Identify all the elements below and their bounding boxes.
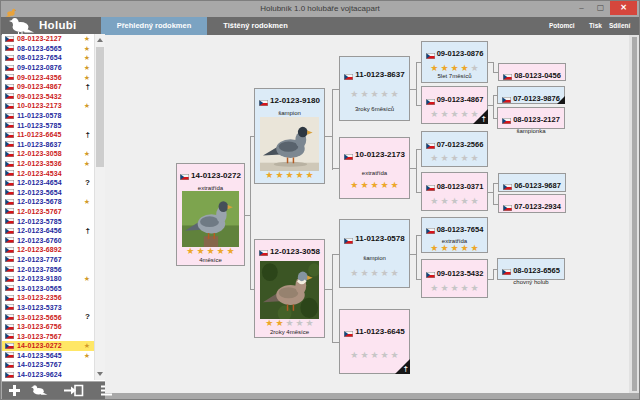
maximize-button[interactable]: ▢ (591, 1, 610, 15)
pedigree-card[interactable]: 09-0123-4867★★★★★† (421, 86, 488, 124)
czech-flag-icon (5, 247, 14, 253)
pedigree-card[interactable]: 09-0123-5432★★★★★ (421, 259, 488, 298)
tab-prehledny-rodokmen[interactable]: Přehledný rodokmen (101, 17, 207, 35)
cross-icon: † (86, 131, 90, 139)
pedigree-card[interactable]: 08-0123-7654extratřída★★★★★ (421, 217, 488, 253)
czech-flag-icon (344, 230, 353, 248)
pigeon-id: 09-0123-4867 (437, 95, 484, 104)
star-icon: ★ (430, 110, 438, 119)
header-action-tisk[interactable]: Tisk (589, 22, 602, 29)
pedigree-card[interactable]: 08-0123-0371★★★★★ (421, 172, 488, 211)
main-scrollbar[interactable] (629, 35, 639, 393)
pedigree-card[interactable]: 12-0123-3058★★★★★2roky 4měsíce (254, 239, 325, 338)
list-item[interactable]: 12-0123-5678★ (2, 197, 94, 207)
list-item[interactable]: 12-0123-6760 (2, 235, 94, 245)
list-item[interactable]: 12-0123-9180★ (2, 274, 94, 284)
czech-flag-icon (5, 151, 14, 157)
list-item[interactable]: 14-0123-5767 (2, 360, 94, 370)
pedigree-connector (332, 168, 339, 169)
list-item[interactable]: 09-0123-4356★ (2, 72, 94, 82)
list-item[interactable]: 11-0123-5785 (2, 120, 94, 130)
minimize-button[interactable]: – (572, 1, 591, 15)
main-scrollbar-thumb[interactable] (632, 37, 637, 391)
tab-tisteny-rodokmen[interactable]: Tištěný rodokmen (207, 17, 304, 35)
list-item[interactable]: 12-0123-3058★ (2, 149, 94, 159)
pigeon-id: 08-0123-7654 (437, 225, 484, 234)
list-item[interactable]: 12-0123-6892 (2, 245, 94, 255)
star-icon: ★ (461, 154, 469, 163)
list-item[interactable]: 13-0123-5656? (2, 312, 94, 322)
list-item[interactable]: 11-0123-8637 (2, 140, 94, 150)
pigeon-button[interactable] (31, 384, 48, 397)
pedigree-card[interactable]: 07-0123-2566★★★★★ (421, 131, 488, 167)
header-action-sdileni[interactable]: Sdílení (609, 22, 630, 29)
list-item[interactable]: 10-0123-2173★ (2, 101, 94, 111)
czech-flag-icon (5, 295, 14, 301)
czech-flag-icon (5, 113, 14, 119)
pedigree-card[interactable]: 07-0123-9876 (497, 86, 565, 104)
list-item[interactable]: 14-0123-5645★ (2, 351, 94, 361)
pedigree-card[interactable]: 08-0123-2127šampionka (497, 107, 565, 129)
pigeon-id: 13-0123-5373 (17, 304, 62, 311)
pedigree-card[interactable]: 06-0123-9687 (498, 173, 566, 192)
pigeon-list[interactable]: 08-0123-2127★08-0123-6565★08-0123-7654★0… (2, 34, 94, 380)
star-icon: ★ (360, 90, 368, 99)
pedigree-card[interactable]: 09-0123-0876★★★★★5let 7měsíců (421, 41, 488, 83)
pedigree-connector (332, 342, 339, 343)
pedigree-card[interactable]: 12-0123-9180šampion★★★★★ (254, 88, 325, 184)
list-item[interactable]: 09-0123-5432 (2, 92, 94, 102)
list-item[interactable]: 13-0123-7567 (2, 331, 94, 341)
list-item[interactable]: 12-0123-4654? (2, 178, 94, 188)
pedigree-card[interactable]: 08-0123-0456 (498, 63, 566, 81)
list-item[interactable]: 13-0123-6756 (2, 322, 94, 332)
list-item[interactable]: 12-0123-7767 (2, 255, 94, 265)
pedigree-card[interactable]: 10-0123-2173extratřída★★★★★ (339, 137, 410, 199)
list-item[interactable]: 14-0123-9624 (2, 370, 94, 380)
list-item[interactable]: 12-0123-5785 (2, 216, 94, 226)
pigeon-id-row: 11-0123-0578 (344, 230, 404, 248)
list-item[interactable]: 13-0123-0565 (2, 283, 94, 293)
list-item[interactable]: 12-0123-3536★ (2, 159, 94, 169)
pigeon-id: 11-0123-6645 (355, 327, 404, 336)
list-item[interactable]: 09-0123-4867† (2, 82, 94, 92)
scroll-up-button[interactable] (97, 38, 103, 42)
titlebar[interactable]: Holubník 1.0 holubáře vojtacapart – ▢ ✕ (1, 1, 639, 17)
list-item[interactable]: 12-0123-6456† (2, 226, 94, 236)
close-button[interactable]: ✕ (610, 1, 637, 15)
star-icon: ★ (381, 181, 389, 190)
star-icon: ★ (430, 64, 438, 73)
pedigree-card[interactable]: 11-0123-6645★★★★★† (339, 309, 410, 374)
list-item[interactable]: 13-0123-2356 (2, 293, 94, 303)
list-item[interactable]: 08-0123-7654★ (2, 53, 94, 63)
pedigree-card[interactable]: 11-0123-8637★★★★★3roky 6měsíců (339, 56, 410, 121)
pedigree-card[interactable]: 14-0123-0272extratřída★★★★★4měsíce (176, 163, 245, 266)
list-item[interactable]: 12-0123-7856 (2, 264, 94, 274)
list-item[interactable]: 14-0123-0272★ (2, 341, 94, 351)
list-item[interactable]: 12-0123-5767 (2, 207, 94, 217)
list-item[interactable]: 13-0123-5373 (2, 303, 94, 313)
pedigree-card[interactable]: 11-0123-0578šampion★★★★★ (339, 219, 410, 288)
scroll-down-button[interactable] (97, 372, 103, 376)
pedigree-card[interactable]: 07-0123-2934 (498, 194, 566, 213)
pigeon-photo (260, 261, 319, 319)
star-icon: ★ (430, 284, 438, 293)
list-item[interactable]: 08-0123-2127★ (2, 34, 94, 44)
export-pedigree-button[interactable] (64, 384, 84, 397)
czech-flag-icon (5, 161, 14, 167)
list-item[interactable]: 11-0123-0578 (2, 111, 94, 121)
header-action-potomci[interactable]: Potomci (549, 22, 575, 29)
list-item[interactable]: 12-0123-4534 (2, 168, 94, 178)
add-button[interactable] (8, 384, 21, 397)
star-icon: ★ (370, 90, 378, 99)
list-item[interactable]: 11-0123-6645† (2, 130, 94, 140)
star-icon: ★ (306, 171, 314, 180)
app-header: Holubi Přehledný rodokmenTištěný rodokme… (1, 17, 639, 35)
list-item[interactable]: 08-0123-6565★ (2, 44, 94, 54)
list-item[interactable]: 12-0123-5654 (2, 188, 94, 198)
scrollbar-thumb[interactable] (96, 47, 104, 167)
list-item[interactable]: 09-0123-0876★ (2, 63, 94, 73)
star-icon: ★ (227, 247, 235, 256)
star-icon: ★ (275, 319, 283, 328)
sidebar-scrollbar[interactable] (94, 34, 105, 380)
pedigree-card[interactable]: 08-0123-6565chovný holub (497, 258, 565, 280)
